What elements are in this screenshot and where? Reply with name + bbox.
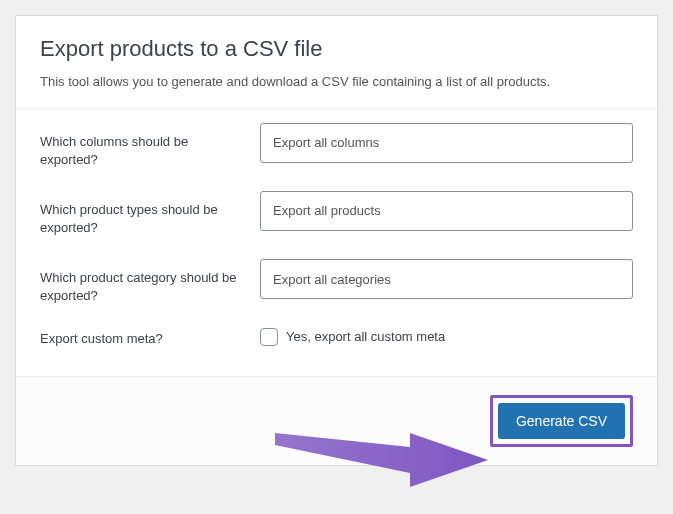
category-label: Which product category should be exporte… (40, 259, 260, 305)
meta-row: Export custom meta? Yes, export all cust… (40, 328, 633, 348)
meta-checkbox-row: Yes, export all custom meta (260, 328, 633, 346)
types-label: Which product types should be exported? (40, 191, 260, 237)
types-select-value: Export all products (273, 203, 381, 218)
columns-row: Which columns should be exported? Export… (40, 123, 633, 169)
panel-header: Export products to a CSV file This tool … (16, 16, 657, 108)
columns-label: Which columns should be exported? (40, 123, 260, 169)
types-select[interactable]: Export all products (260, 191, 633, 231)
export-panel: Export products to a CSV file This tool … (15, 15, 658, 466)
category-row: Which product category should be exporte… (40, 259, 633, 305)
types-row: Which product types should be exported? … (40, 191, 633, 237)
generate-csv-button[interactable]: Generate CSV (498, 403, 625, 439)
meta-checkbox[interactable] (260, 328, 278, 346)
form-area: Which columns should be exported? Export… (16, 109, 657, 376)
meta-label: Export custom meta? (40, 328, 260, 348)
panel-footer: Generate CSV (16, 376, 657, 465)
page-description: This tool allows you to generate and dow… (40, 72, 633, 92)
button-highlight: Generate CSV (490, 395, 633, 447)
category-select-value: Export all categories (273, 272, 391, 287)
columns-select[interactable]: Export all columns (260, 123, 633, 163)
page-title: Export products to a CSV file (40, 36, 633, 62)
meta-checkbox-label: Yes, export all custom meta (286, 329, 445, 344)
columns-select-value: Export all columns (273, 135, 379, 150)
category-select[interactable]: Export all categories (260, 259, 633, 299)
